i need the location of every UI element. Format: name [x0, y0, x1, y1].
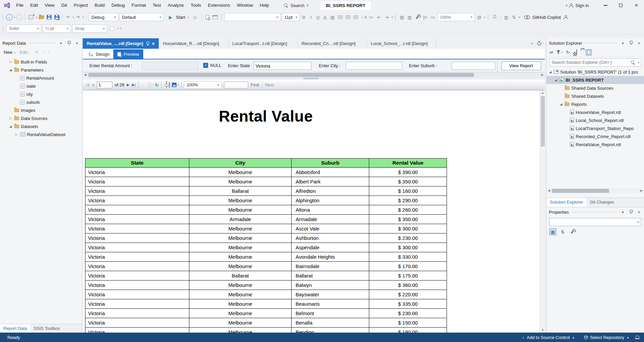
solution-explorer-scrollbar[interactable]: ◀ ▶	[546, 188, 644, 193]
menu-tools[interactable]: Tools	[187, 0, 205, 11]
search-box[interactable]: Search ▾	[284, 3, 308, 8]
expression-button[interactable]: @	[476, 14, 483, 20]
next-page-button[interactable]: ▶	[127, 83, 129, 87]
tree-item-solution-bi-ssrs-report-1-of-1-pro[interactable]: ◢Solution 'BI_SSRS REPORT' (1 of 1 pro	[546, 68, 644, 76]
switch-views-icon[interactable]	[586, 49, 592, 55]
doc-tab-local-school-t-rdl-design[interactable]: Local_School_...t.rdl [Design]	[367, 38, 436, 49]
border-color-dropdown[interactable]: Gray▾	[72, 25, 107, 33]
gear-icon[interactable]	[537, 41, 541, 46]
toolbar-grip[interactable]	[221, 14, 222, 20]
decrease-indent-button[interactable]: ⇤	[376, 14, 382, 20]
align-left-button[interactable]	[337, 14, 344, 20]
pin-icon[interactable]	[628, 40, 634, 46]
doc-tab-recorded-cri-rdl-design[interactable]: Recorded_Cri....rdl [Design]	[298, 38, 367, 49]
tree-item-data-sources[interactable]: ▷Data Sources	[0, 114, 82, 122]
expander-icon[interactable]: ◢	[554, 78, 558, 82]
menu-git[interactable]: Git	[58, 0, 70, 11]
tree-item-shared-datasets[interactable]: Shared Datasets	[546, 92, 644, 100]
tree-item-state[interactable]: @state	[0, 82, 82, 90]
tree-item-localtransport-station-repo[interactable]: LocalTransport_Station_Repo	[546, 124, 644, 132]
scroll-right-icon[interactable]: ▶	[540, 72, 545, 77]
new-project-button[interactable]	[28, 14, 34, 20]
font-family-dropdown[interactable]: ▾	[224, 13, 281, 21]
panel-drag-handle[interactable]	[585, 42, 617, 44]
scroll-up-icon[interactable]: ▲	[540, 90, 545, 95]
background-fill-button[interactable]: ▧	[329, 14, 336, 20]
pin-icon[interactable]	[146, 42, 149, 46]
undo-button[interactable]: ↶	[65, 14, 71, 20]
find-next-button[interactable]: Next	[265, 82, 274, 87]
italic-button[interactable]: I	[308, 14, 314, 20]
move-down-button[interactable]: ↓	[46, 50, 51, 54]
menu-analyze[interactable]: Analyze	[164, 0, 187, 11]
chevron-down-icon[interactable]: ▾	[620, 40, 626, 46]
cancel-rendering-button[interactable]: ✕	[148, 82, 153, 87]
pin-icon[interactable]	[628, 209, 634, 215]
refresh-button[interactable]: ↻	[155, 82, 159, 88]
expander-icon[interactable]: ◢	[9, 68, 12, 72]
menu-window[interactable]: Window	[233, 0, 256, 11]
panel-drag-handle[interactable]	[29, 42, 55, 44]
debug-target-dropdown[interactable]: Debug▾	[89, 13, 118, 21]
chevron-down-icon[interactable]: ▾	[73, 16, 74, 19]
chevron-down-icon[interactable]: ▾	[82, 16, 84, 19]
chevron-down-icon[interactable]: ▾	[14, 16, 15, 19]
toolbar-overflow-icon[interactable]: ▾	[484, 16, 485, 19]
edit-button[interactable]: Edit...	[18, 50, 33, 55]
navigate-forward-button[interactable]: →	[16, 14, 23, 20]
show-all-files-icon[interactable]	[576, 50, 577, 55]
tree-item-reports[interactable]: ◢Reports	[546, 100, 644, 108]
suburb-field[interactable]	[452, 62, 495, 70]
delete-button[interactable]: ✕	[34, 50, 40, 54]
chevron-down-icon[interactable]: ▾	[36, 16, 37, 19]
close-button[interactable]: ×	[629, 0, 644, 11]
properties-object-dropdown[interactable]: ▾	[549, 218, 641, 226]
categorized-icon[interactable]: ▦	[550, 228, 556, 235]
border-style-dropdown[interactable]: Solid▾	[6, 25, 41, 33]
attach-to-process-button[interactable]	[204, 14, 211, 20]
move-up-button[interactable]: ↑	[41, 50, 45, 54]
menu-build[interactable]: Build	[91, 0, 108, 11]
splitter-handle[interactable]	[303, 78, 319, 79]
border-grid-button[interactable]	[109, 25, 115, 32]
toolbar-grip[interactable]	[395, 14, 396, 20]
doc-tab-localtrasport-t-rdl-design[interactable]: LocalTrasport...t.rdl [Design]	[228, 38, 298, 49]
property-pages-icon[interactable]	[569, 228, 576, 235]
notifications-bell-icon[interactable]	[635, 335, 639, 340]
start-debug-button[interactable]: ▶ Start ▾	[165, 13, 191, 22]
align-center-button[interactable]	[345, 14, 351, 20]
state-field[interactable]	[254, 62, 311, 70]
city-field[interactable]	[346, 62, 402, 70]
expander-icon[interactable]: ◢	[9, 125, 12, 128]
sign-in-button[interactable]: + Sign in	[566, 3, 589, 8]
toolbar-overflow-icon[interactable]: ▾	[120, 27, 121, 30]
scrollbar-thumb[interactable]	[88, 73, 474, 77]
border-width-dropdown[interactable]: ¼ pt▾	[43, 25, 71, 33]
github-copilot-button[interactable]: GitHub Copilot	[524, 15, 568, 20]
menu-file[interactable]: File	[13, 0, 27, 11]
find-button[interactable]: Find	[251, 82, 259, 87]
back-to-parent-button[interactable]: ←	[141, 82, 145, 87]
page-setup-button[interactable]	[169, 82, 170, 87]
scrollbar-thumb[interactable]	[552, 189, 609, 193]
tree-item-rentalamount[interactable]: @RentalAmount	[0, 74, 82, 82]
tree-item-shared-data-sources[interactable]: Shared Data Sources	[546, 84, 644, 92]
sort-button[interactable]: ⇅	[510, 14, 517, 20]
preview-window-button[interactable]	[212, 14, 219, 20]
properties-wrench-icon[interactable]	[580, 50, 582, 55]
menu-edit[interactable]: Edit	[27, 0, 41, 11]
tree-item-rentalvaluedataset[interactable]: ▷RentalValueDataset	[0, 130, 82, 138]
tab-list-chevron-icon[interactable]: ▾	[531, 42, 533, 45]
underline-button[interactable]: U	[315, 14, 321, 20]
report-vertical-scrollbar[interactable]: ▲ ▼	[540, 90, 545, 333]
doc-tab-housevalue-r-rdl-design[interactable]: HouseValue_R....rdl [Design]	[159, 38, 228, 49]
panel-drag-handle[interactable]	[571, 211, 617, 213]
tab-preview[interactable]: Preview	[113, 49, 143, 59]
close-icon[interactable]: ×	[152, 41, 155, 46]
null-checkbox[interactable]: ✓	[203, 63, 208, 68]
add-to-source-control-button[interactable]: ↑ Add to Source Control ▲	[519, 335, 578, 340]
find-text-field[interactable]	[224, 82, 248, 88]
filter-icon[interactable]: ▾	[557, 50, 563, 54]
rental-amount-field[interactable]	[142, 62, 198, 70]
tree-item-local-school-report-rdl[interactable]: Local_School_Report.rdl	[546, 116, 644, 124]
